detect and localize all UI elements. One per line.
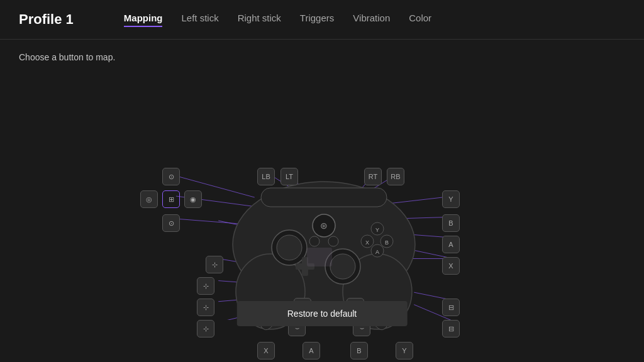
profile-title: Profile 1 [19,11,74,28]
icon-dpad-left[interactable]: ⊹ [197,320,214,337]
icon-rt[interactable]: RT [364,168,382,185]
svg-point-30 [330,254,355,279]
icon-btn-y[interactable]: Y [442,190,460,208]
icon-left-bottom[interactable]: ⊙ [162,214,180,232]
icon-left-mid-left[interactable]: ◎ [140,190,158,208]
svg-text:⊛: ⊛ [320,221,328,231]
instruction-text: Choose a button to map. [19,52,625,62]
icon-dpad-center[interactable]: ⊹ [206,256,223,273]
icon-lb[interactable]: LB [257,168,275,185]
icon-btn-x[interactable]: X [442,257,460,275]
icon-lt[interactable]: LT [280,168,298,185]
tab-triggers[interactable]: Triggers [300,13,334,27]
icon-dpad-up[interactable]: ⊹ [197,277,214,295]
tab-left-stick[interactable]: Left stick [181,13,218,27]
icon-rb[interactable]: RB [387,168,404,185]
nav-tabs: MappingLeft stickRight stickTriggersVibr… [124,13,431,27]
icon-paddle-r2[interactable]: ⊟ [442,320,460,337]
mapping-area: ⊛ Y B A X ⊙ ◎ ⊞ ◉ ⊙ ⊹ ⊹ ⊹ [19,75,625,320]
icon-face-y-bottom[interactable]: Y [396,342,413,359]
icon-left-top[interactable]: ⊙ [162,168,180,185]
svg-text:A: A [375,249,379,255]
tab-right-stick[interactable]: Right stick [238,13,281,27]
content: Choose a button to map. [0,40,644,361]
icon-face-a-bottom[interactable]: A [303,342,320,359]
restore-button[interactable]: Restore to default [237,301,408,326]
svg-rect-26 [261,188,387,207]
icon-paddle-r1[interactable]: ⊟ [442,299,460,316]
tab-color[interactable]: Color [409,13,431,27]
icon-left-mid-selected[interactable]: ⊞ [162,190,180,208]
svg-text:X: X [365,239,369,246]
svg-text:B: B [385,239,389,246]
icon-btn-b[interactable]: B [442,214,460,232]
svg-point-28 [277,235,302,260]
svg-point-34 [328,236,338,246]
svg-text:Y: Y [375,227,379,233]
tab-vibration[interactable]: Vibration [353,13,390,27]
header: Profile 1 MappingLeft stickRight stickTr… [0,0,644,40]
icon-dpad-down[interactable]: ⊹ [197,299,214,316]
icon-btn-a[interactable]: A [442,236,460,253]
svg-rect-45 [307,248,332,266]
icon-face-b-bottom[interactable]: B [350,342,368,359]
icon-left-mid-right[interactable]: ◉ [184,190,202,208]
icon-face-x-bottom[interactable]: X [257,342,275,359]
svg-point-33 [309,236,319,246]
tab-mapping[interactable]: Mapping [124,13,163,27]
